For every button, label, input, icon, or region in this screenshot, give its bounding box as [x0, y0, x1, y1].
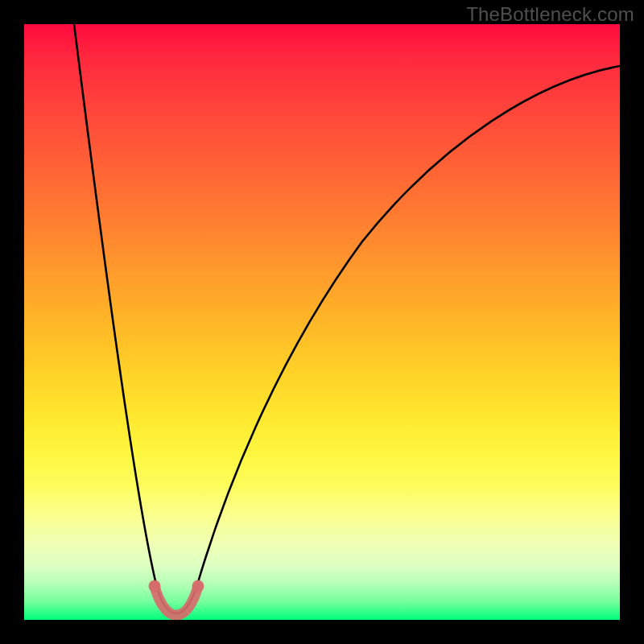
watermark-text: TheBottleneck.com [466, 3, 634, 26]
marker-dot-left [149, 580, 161, 592]
bottleneck-curve [74, 24, 620, 613]
chart-frame: TheBottleneck.com [0, 0, 644, 644]
chart-curves-svg [24, 24, 620, 620]
marker-dot-right [192, 580, 204, 592]
curve-bottom-marker [155, 586, 198, 615]
